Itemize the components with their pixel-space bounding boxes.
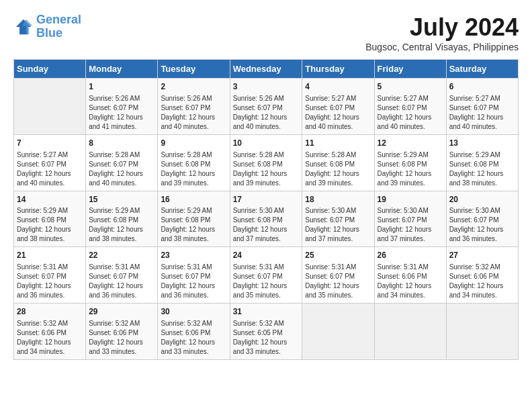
- calendar-table: SundayMondayTuesdayWednesdayThursdayFrid…: [13, 59, 519, 360]
- day-info: Sunrise: 5:29 AM Sunset: 6:08 PM Dayligh…: [449, 150, 515, 188]
- day-number: 17: [233, 194, 300, 205]
- calendar-cell: 14Sunrise: 5:29 AM Sunset: 6:08 PM Dayli…: [14, 191, 86, 247]
- day-info: Sunrise: 5:28 AM Sunset: 6:08 PM Dayligh…: [233, 150, 300, 188]
- calendar-cell: 15Sunrise: 5:29 AM Sunset: 6:08 PM Dayli…: [86, 191, 158, 247]
- day-info: Sunrise: 5:31 AM Sunset: 6:07 PM Dayligh…: [17, 263, 83, 300]
- logo: General Blue: [13, 13, 81, 40]
- day-number: 19: [378, 194, 443, 205]
- day-number: 27: [449, 250, 515, 261]
- day-number: 13: [449, 138, 515, 149]
- day-number: 11: [305, 138, 371, 149]
- day-info: Sunrise: 5:27 AM Sunset: 6:07 PM Dayligh…: [378, 94, 443, 132]
- calendar-week-3: 14Sunrise: 5:29 AM Sunset: 6:08 PM Dayli…: [14, 191, 519, 247]
- calendar-cell: 16Sunrise: 5:29 AM Sunset: 6:08 PM Dayli…: [158, 191, 230, 247]
- calendar-cell: 23Sunrise: 5:31 AM Sunset: 6:07 PM Dayli…: [158, 247, 230, 304]
- title-block: July 2024 Bugsoc, Central Visayas, Phili…: [365, 13, 519, 52]
- header-friday: Friday: [374, 60, 446, 79]
- calendar-cell: 25Sunrise: 5:31 AM Sunset: 6:07 PM Dayli…: [302, 247, 374, 304]
- day-number: 20: [449, 194, 515, 205]
- calendar-cell: [374, 304, 446, 360]
- day-number: 30: [161, 306, 226, 318]
- day-number: 1: [89, 81, 154, 93]
- day-info: Sunrise: 5:28 AM Sunset: 6:07 PM Dayligh…: [89, 150, 154, 188]
- day-info: Sunrise: 5:29 AM Sunset: 6:08 PM Dayligh…: [17, 206, 83, 244]
- day-number: 25: [305, 250, 371, 261]
- location: Bugsoc, Central Visayas, Philippines: [365, 42, 519, 52]
- calendar-cell: 28Sunrise: 5:32 AM Sunset: 6:06 PM Dayli…: [14, 304, 86, 360]
- day-number: 4: [305, 81, 371, 93]
- calendar-cell: 26Sunrise: 5:31 AM Sunset: 6:06 PM Dayli…: [374, 247, 446, 304]
- day-number: 6: [449, 81, 515, 93]
- calendar-cell: 9Sunrise: 5:28 AM Sunset: 6:08 PM Daylig…: [158, 134, 230, 191]
- day-info: Sunrise: 5:26 AM Sunset: 6:07 PM Dayligh…: [233, 94, 300, 132]
- day-number: 22: [89, 250, 154, 261]
- calendar-cell: 13Sunrise: 5:29 AM Sunset: 6:08 PM Dayli…: [446, 134, 518, 191]
- logo-icon: [13, 17, 34, 37]
- day-number: 26: [378, 250, 443, 261]
- calendar-week-2: 7Sunrise: 5:27 AM Sunset: 6:07 PM Daylig…: [14, 134, 519, 191]
- calendar-cell: 17Sunrise: 5:30 AM Sunset: 6:08 PM Dayli…: [230, 191, 302, 247]
- calendar-week-1: 1Sunrise: 5:26 AM Sunset: 6:07 PM Daylig…: [14, 79, 519, 135]
- calendar-cell: 21Sunrise: 5:31 AM Sunset: 6:07 PM Dayli…: [14, 247, 86, 304]
- calendar-cell: [302, 304, 374, 360]
- day-info: Sunrise: 5:32 AM Sunset: 6:06 PM Dayligh…: [449, 263, 515, 300]
- day-info: Sunrise: 5:29 AM Sunset: 6:08 PM Dayligh…: [89, 206, 154, 244]
- day-number: 9: [161, 138, 226, 149]
- calendar-cell: 1Sunrise: 5:26 AM Sunset: 6:07 PM Daylig…: [86, 79, 158, 135]
- day-number: 3: [233, 81, 300, 93]
- day-info: Sunrise: 5:30 AM Sunset: 6:08 PM Dayligh…: [233, 206, 300, 244]
- calendar-cell: [446, 304, 518, 360]
- calendar-cell: 29Sunrise: 5:32 AM Sunset: 6:06 PM Dayli…: [86, 304, 158, 360]
- day-number: 15: [89, 194, 154, 205]
- calendar-cell: 20Sunrise: 5:30 AM Sunset: 6:07 PM Dayli…: [446, 191, 518, 247]
- calendar-cell: 10Sunrise: 5:28 AM Sunset: 6:08 PM Dayli…: [230, 134, 302, 191]
- logo-text: General Blue: [36, 13, 81, 40]
- day-info: Sunrise: 5:32 AM Sunset: 6:06 PM Dayligh…: [17, 319, 83, 357]
- calendar-cell: 19Sunrise: 5:30 AM Sunset: 6:07 PM Dayli…: [374, 191, 446, 247]
- day-number: 29: [89, 306, 154, 318]
- calendar-cell: 2Sunrise: 5:26 AM Sunset: 6:07 PM Daylig…: [158, 79, 230, 135]
- day-number: 16: [161, 194, 226, 205]
- page-header: General Blue July 2024 Bugsoc, Central V…: [13, 13, 519, 52]
- day-info: Sunrise: 5:32 AM Sunset: 6:06 PM Dayligh…: [89, 319, 154, 357]
- calendar-header-row: SundayMondayTuesdayWednesdayThursdayFrid…: [14, 60, 519, 79]
- day-info: Sunrise: 5:26 AM Sunset: 6:07 PM Dayligh…: [161, 94, 226, 132]
- calendar-cell: [14, 79, 86, 135]
- calendar-cell: 11Sunrise: 5:28 AM Sunset: 6:08 PM Dayli…: [302, 134, 374, 191]
- day-number: 8: [89, 138, 154, 149]
- calendar-cell: 3Sunrise: 5:26 AM Sunset: 6:07 PM Daylig…: [230, 79, 302, 135]
- calendar-cell: 27Sunrise: 5:32 AM Sunset: 6:06 PM Dayli…: [446, 247, 518, 304]
- day-info: Sunrise: 5:31 AM Sunset: 6:06 PM Dayligh…: [378, 263, 443, 300]
- day-number: 18: [305, 194, 371, 205]
- calendar-cell: 30Sunrise: 5:32 AM Sunset: 6:06 PM Dayli…: [158, 304, 230, 360]
- day-info: Sunrise: 5:31 AM Sunset: 6:07 PM Dayligh…: [305, 263, 371, 300]
- calendar-cell: 18Sunrise: 5:30 AM Sunset: 6:07 PM Dayli…: [302, 191, 374, 247]
- calendar-cell: 12Sunrise: 5:29 AM Sunset: 6:08 PM Dayli…: [374, 134, 446, 191]
- day-info: Sunrise: 5:26 AM Sunset: 6:07 PM Dayligh…: [89, 94, 154, 132]
- calendar-cell: 7Sunrise: 5:27 AM Sunset: 6:07 PM Daylig…: [14, 134, 86, 191]
- day-info: Sunrise: 5:30 AM Sunset: 6:07 PM Dayligh…: [305, 206, 371, 244]
- day-info: Sunrise: 5:27 AM Sunset: 6:07 PM Dayligh…: [449, 94, 515, 132]
- calendar-cell: 4Sunrise: 5:27 AM Sunset: 6:07 PM Daylig…: [302, 79, 374, 135]
- day-number: 12: [378, 138, 443, 149]
- header-tuesday: Tuesday: [158, 60, 230, 79]
- day-info: Sunrise: 5:32 AM Sunset: 6:06 PM Dayligh…: [161, 319, 226, 357]
- day-info: Sunrise: 5:31 AM Sunset: 6:07 PM Dayligh…: [233, 263, 300, 300]
- day-info: Sunrise: 5:27 AM Sunset: 6:07 PM Dayligh…: [305, 94, 371, 132]
- calendar-week-4: 21Sunrise: 5:31 AM Sunset: 6:07 PM Dayli…: [14, 247, 519, 304]
- month-title: July 2024: [365, 13, 519, 42]
- day-number: 14: [17, 194, 83, 205]
- header-monday: Monday: [86, 60, 158, 79]
- day-info: Sunrise: 5:29 AM Sunset: 6:08 PM Dayligh…: [161, 206, 226, 244]
- day-info: Sunrise: 5:29 AM Sunset: 6:08 PM Dayligh…: [378, 150, 443, 188]
- calendar-cell: 6Sunrise: 5:27 AM Sunset: 6:07 PM Daylig…: [446, 79, 518, 135]
- calendar-cell: 24Sunrise: 5:31 AM Sunset: 6:07 PM Dayli…: [230, 247, 302, 304]
- day-info: Sunrise: 5:28 AM Sunset: 6:08 PM Dayligh…: [161, 150, 226, 188]
- calendar-cell: 22Sunrise: 5:31 AM Sunset: 6:07 PM Dayli…: [86, 247, 158, 304]
- day-info: Sunrise: 5:30 AM Sunset: 6:07 PM Dayligh…: [378, 206, 443, 244]
- day-info: Sunrise: 5:27 AM Sunset: 6:07 PM Dayligh…: [17, 150, 83, 188]
- calendar-cell: 31Sunrise: 5:32 AM Sunset: 6:05 PM Dayli…: [230, 304, 302, 360]
- day-number: 10: [233, 138, 300, 149]
- day-info: Sunrise: 5:31 AM Sunset: 6:07 PM Dayligh…: [161, 263, 226, 300]
- day-info: Sunrise: 5:30 AM Sunset: 6:07 PM Dayligh…: [449, 206, 515, 244]
